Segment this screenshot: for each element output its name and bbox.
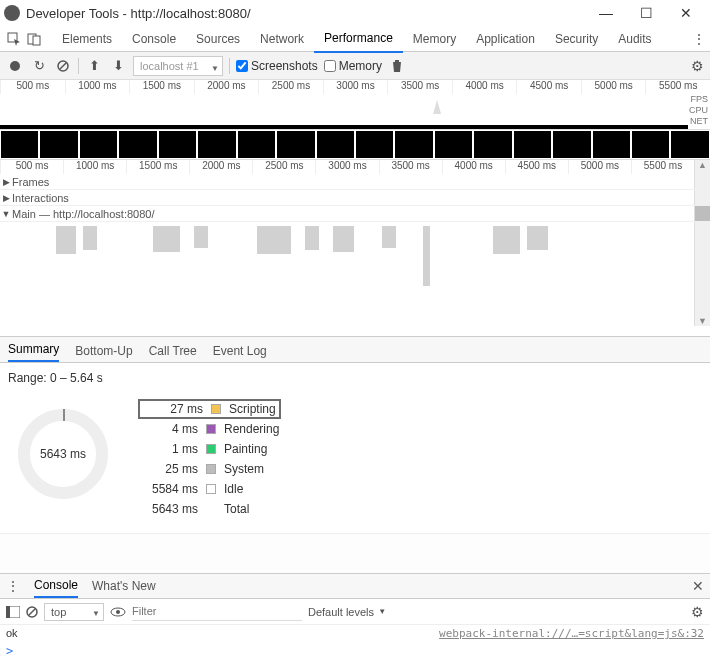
svg-rect-7 xyxy=(6,606,10,618)
settings-gear-icon[interactable]: ⚙ xyxy=(691,58,704,74)
swatch-rendering xyxy=(206,424,216,434)
svg-rect-2 xyxy=(33,36,40,45)
legend-row-scripting[interactable]: 27 ms Scripting xyxy=(138,399,281,419)
flame-scroll-down-icon[interactable]: ▼ xyxy=(694,222,710,326)
console-filter-input[interactable] xyxy=(132,603,302,621)
overview-ruler: 500 ms1000 ms1500 ms2000 ms2500 ms3000 m… xyxy=(0,80,710,94)
recording-selector[interactable]: localhost #1 xyxy=(133,56,223,76)
interactions-track[interactable]: ▶ Interactions xyxy=(0,190,710,206)
swatch-painting xyxy=(206,444,216,454)
console-settings-gear-icon[interactable]: ⚙ xyxy=(691,604,704,620)
reload-icon[interactable]: ↻ xyxy=(30,57,48,75)
tab-console[interactable]: Console xyxy=(122,26,186,52)
svg-point-11 xyxy=(116,610,120,614)
tab-application[interactable]: Application xyxy=(466,26,545,52)
devtools-tabbar: Elements Console Sources Network Perform… xyxy=(0,26,710,52)
chevron-right-icon[interactable]: ▶ xyxy=(0,193,12,203)
summary-donut-chart: 5643 ms xyxy=(18,409,108,499)
tab-network[interactable]: Network xyxy=(250,26,314,52)
legend-row-painting[interactable]: 1 ms Painting xyxy=(138,439,281,459)
clear-icon[interactable] xyxy=(54,57,72,75)
tab-memory[interactable]: Memory xyxy=(403,26,466,52)
range-label: Range: 0 – 5.64 s xyxy=(8,371,702,385)
flame-ruler: 500 ms1000 ms1500 ms2000 ms2500 ms3000 m… xyxy=(0,160,694,174)
console-message-row[interactable]: ok webpack-internal:///…=script&lang=js&… xyxy=(6,627,704,640)
more-options-icon[interactable]: ⋮ xyxy=(690,31,706,47)
result-tabs: Summary Bottom-Up Call Tree Event Log xyxy=(0,337,710,363)
console-levels-selector[interactable]: Default levels xyxy=(308,606,386,618)
minimize-button[interactable]: — xyxy=(586,0,626,26)
tab-audits[interactable]: Audits xyxy=(608,26,661,52)
overview-side-labels: FPSCPUNET xyxy=(689,94,708,127)
drawer-tabbar: ⋮ Console What's New ✕ xyxy=(0,573,710,599)
tab-security[interactable]: Security xyxy=(545,26,608,52)
legend-row-rendering[interactable]: 4 ms Rendering xyxy=(138,419,281,439)
console-source-link[interactable]: webpack-internal:///…=script&lang=js&:32 xyxy=(439,627,704,640)
performance-toolbar: ↻ ⬆ ⬇ localhost #1 Screenshots Memory ⚙ xyxy=(0,52,710,80)
chevron-right-icon[interactable]: ▶ xyxy=(0,177,12,187)
window-title: Developer Tools - http://localhost:8080/ xyxy=(26,6,586,21)
console-context-selector[interactable]: top xyxy=(44,603,104,621)
live-expression-icon[interactable] xyxy=(110,607,126,617)
swatch-system xyxy=(206,464,216,474)
load-profile-icon[interactable]: ⬆ xyxy=(85,57,103,75)
drawer-tab-whatsnew[interactable]: What's New xyxy=(92,575,156,597)
svg-line-5 xyxy=(60,63,66,69)
toolbar-divider xyxy=(229,58,230,74)
drawer-tab-console[interactable]: Console xyxy=(34,574,78,598)
net-strip xyxy=(0,125,688,129)
record-icon[interactable] xyxy=(6,57,24,75)
swatch-scripting xyxy=(211,404,221,414)
maximize-button[interactable]: ☐ xyxy=(626,0,666,26)
legend-row-idle[interactable]: 5584 ms Idle xyxy=(138,479,281,499)
main-track-header[interactable]: ▼ Main — http://localhost:8080/ xyxy=(0,206,710,222)
console-toolbar: top Default levels ⚙ xyxy=(0,599,710,625)
tab-performance[interactable]: Performance xyxy=(314,25,403,53)
device-toolbar-icon[interactable] xyxy=(24,29,44,49)
main-flame-chart[interactable] xyxy=(0,222,694,326)
result-tab-eventlog[interactable]: Event Log xyxy=(213,344,267,362)
console-sidebar-toggle-icon[interactable] xyxy=(6,606,20,618)
tab-sources[interactable]: Sources xyxy=(186,26,250,52)
app-icon xyxy=(4,5,20,21)
flame-scroll-up-icon[interactable]: ▲ xyxy=(694,160,710,174)
result-tab-summary[interactable]: Summary xyxy=(8,342,59,362)
result-tab-calltree[interactable]: Call Tree xyxy=(149,344,197,362)
summary-legend: 27 ms Scripting 4 ms Rendering 1 ms Pain… xyxy=(138,399,281,519)
screenshots-check-input[interactable] xyxy=(236,60,248,72)
console-prompt[interactable]: > xyxy=(0,642,710,660)
swatch-idle xyxy=(206,484,216,494)
drawer-close-icon[interactable]: ✕ xyxy=(692,578,704,594)
summary-panel: Range: 0 – 5.64 s 5643 ms 27 ms Scriptin… xyxy=(0,363,710,533)
memory-checkbox[interactable]: Memory xyxy=(324,59,382,73)
memory-check-input[interactable] xyxy=(324,60,336,72)
panel-gap xyxy=(0,533,710,573)
chevron-down-icon[interactable]: ▼ xyxy=(0,209,12,219)
inspect-element-icon[interactable] xyxy=(4,29,24,49)
legend-row-system[interactable]: 25 ms System xyxy=(138,459,281,479)
console-output: ok webpack-internal:///…=script&lang=js&… xyxy=(0,625,710,642)
timeline-overview[interactable]: 500 ms1000 ms1500 ms2000 ms2500 ms3000 m… xyxy=(0,80,710,130)
result-tab-bottomup[interactable]: Bottom-Up xyxy=(75,344,132,362)
flame-chart-area: 500 ms1000 ms1500 ms2000 ms2500 ms3000 m… xyxy=(0,160,710,337)
console-clear-icon[interactable] xyxy=(26,606,38,618)
legend-row-total: 5643 ms Total xyxy=(138,499,281,519)
frames-track[interactable]: ▶ Frames xyxy=(0,174,710,190)
toolbar-divider xyxy=(78,58,79,74)
drawer-more-icon[interactable]: ⋮ xyxy=(6,578,20,594)
screenshot-filmstrip[interactable] xyxy=(0,130,710,160)
close-button[interactable]: ✕ xyxy=(666,0,706,26)
svg-point-3 xyxy=(10,61,20,71)
gc-icon[interactable] xyxy=(388,57,406,75)
screenshots-checkbox[interactable]: Screenshots xyxy=(236,59,318,73)
save-profile-icon[interactable]: ⬇ xyxy=(109,57,127,75)
tab-elements[interactable]: Elements xyxy=(52,26,122,52)
svg-line-9 xyxy=(29,609,35,615)
cpu-peak xyxy=(433,100,441,114)
